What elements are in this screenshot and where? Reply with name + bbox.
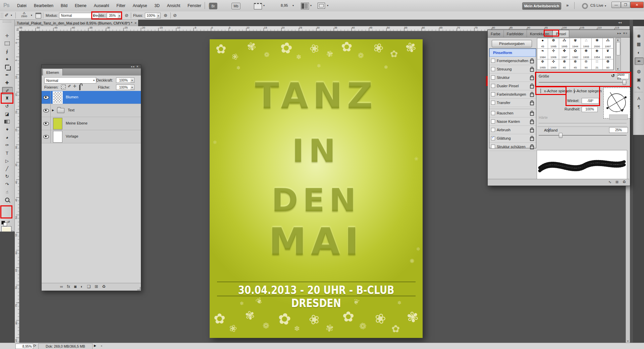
setting-checkbox[interactable] — [491, 59, 495, 63]
brush-setting-struktur[interactable]: Struktur — [489, 73, 536, 82]
brush-setting-transfer[interactable]: Transfer — [489, 99, 536, 107]
layer-mask-icon[interactable]: ◙ — [74, 284, 76, 289]
layer-group-icon[interactable]: ❑ — [87, 284, 91, 289]
zoom-level-indicator[interactable]: 8,95 — [281, 3, 288, 7]
brush-tip-cell[interactable]: ❊90 — [581, 59, 592, 70]
brush-size-input[interactable]: 2500 Px — [617, 73, 629, 79]
window-minimize-button[interactable]: — — [611, 2, 621, 8]
layers-close-icon[interactable]: ✕ — [136, 65, 139, 68]
setting-checkbox[interactable] — [491, 76, 495, 80]
layer-visibility-cell[interactable] — [42, 104, 51, 117]
tab-korrekturen[interactable]: Korrekturen — [527, 30, 552, 37]
panel-menu-icon[interactable]: ▸▸ ▾≡ — [618, 32, 628, 35]
tool-3d-rotate[interactable]: ↻ — [2, 173, 12, 180]
spacing-slider-thumb[interactable] — [559, 133, 562, 138]
brush-tip-cell[interactable]: ✼45 — [570, 59, 581, 70]
grid-scrollbar-thumb[interactable] — [616, 42, 620, 55]
eye-icon[interactable] — [43, 96, 49, 99]
layers-panel-titlebar[interactable]: ◂◂ ✕ — [42, 65, 141, 68]
menu-auswahl[interactable]: Auswahl — [90, 3, 113, 8]
brush-setting-struktur-schützen[interactable]: Struktur schützen — [489, 143, 536, 151]
brush-setting-nasse-kanten[interactable]: Nasse Kanten — [489, 117, 536, 126]
tab-pinsel[interactable]: Pinsel — [552, 30, 569, 37]
opacity-slider-button[interactable]: ▸ — [118, 13, 122, 18]
brush-tip-cell[interactable]: ∴1993 — [581, 38, 592, 49]
brush-presets-button[interactable]: Pinselvorgaben — [492, 40, 532, 47]
brush-tool-dropdown-icon[interactable]: ▾ — [11, 14, 12, 17]
adjustment-layer-icon[interactable]: ◐ — [80, 284, 83, 289]
brush-preset-dropdown-icon[interactable]: ▾ — [31, 14, 32, 17]
status-zoom-input[interactable]: 8,95% — [15, 344, 33, 349]
brush-tip-cell[interactable]: ✾1944 — [570, 38, 581, 49]
brush-tool-icon[interactable]: ✐ — [5, 12, 9, 18]
brush-setting-airbrush[interactable]: Airbrush — [489, 126, 536, 134]
tool-3d-roll[interactable]: ↷ — [2, 181, 12, 188]
layer-row[interactable]: ▶Text — [42, 104, 141, 117]
dock-icon-pfade[interactable]: ✎ — [635, 85, 643, 91]
brush-tip-cell[interactable]: ❁1995 — [548, 38, 559, 49]
flow-input[interactable]: 100% — [145, 13, 157, 18]
setting-checkbox[interactable] — [491, 101, 495, 105]
tool-lasso[interactable]: ∮ — [2, 48, 12, 55]
setting-checkbox[interactable] — [491, 67, 495, 71]
grid-scroll-down-icon[interactable]: ▼ — [616, 68, 620, 70]
setting-checkbox[interactable] — [491, 128, 495, 132]
layers-tab[interactable]: Ebenen — [43, 68, 63, 76]
dock-icon-farbe[interactable]: ◉ — [635, 32, 643, 39]
tool-spot-healing[interactable]: ✚ — [2, 79, 12, 86]
dock-icon-pinsel[interactable]: ✒ — [635, 57, 644, 65]
angle-input[interactable]: -58° — [582, 98, 599, 104]
brush-setting-streuung[interactable]: Streuung — [489, 65, 536, 73]
brush-setting-pinselform[interactable]: Pinselform — [489, 49, 536, 57]
brush-tip-cell[interactable]: ✢1906 — [548, 49, 559, 59]
lock-icon[interactable] — [530, 77, 534, 80]
menu-ebene[interactable]: Ebene — [71, 3, 90, 8]
brush-tip-cell[interactable]: ✤1987 — [559, 49, 570, 59]
document-tab[interactable]: Tutorial_Plakat_Tanz_in_den_Mai.psd bei … — [14, 20, 139, 26]
tool-eyedropper[interactable]: ✒ — [2, 71, 12, 79]
flow-slider-button[interactable]: ▸ — [157, 13, 161, 18]
lock-icon[interactable] — [530, 85, 534, 89]
lock-icon[interactable] — [530, 60, 534, 63]
layer-blend-mode-select[interactable]: Normal▾ — [44, 77, 96, 84]
tool-move[interactable]: ✛ — [2, 32, 12, 39]
new-brush-icon[interactable]: ⊞ — [615, 180, 619, 184]
tablet-opacity-icon[interactable]: ⊘ — [125, 13, 128, 18]
brush-tip-cell[interactable]: ❆60 — [603, 59, 613, 70]
brush-tip-cell[interactable]: ⁂1995 — [559, 38, 570, 49]
brush-setting-dualer-pinsel[interactable]: Dualer Pinsel — [489, 82, 536, 90]
panel-resize-grip[interactable] — [137, 287, 141, 290]
status-options-icon[interactable]: ▶ — [94, 344, 96, 347]
layer-thumbnail[interactable] — [53, 118, 62, 130]
lock-icon[interactable] — [530, 112, 534, 116]
cs-live-button[interactable]: CS Live — [590, 3, 603, 7]
swap-colors-icon[interactable]: ⇄ — [7, 220, 10, 223]
setting-checkbox[interactable] — [491, 111, 495, 115]
dock-header[interactable] — [633, 19, 644, 26]
layer-opacity-slider-button[interactable]: ▸ — [130, 78, 135, 83]
lock-icon[interactable] — [530, 137, 534, 141]
tool-clone-stamp[interactable]: ♜ — [2, 95, 12, 102]
size-slider-thumb[interactable] — [623, 80, 626, 85]
brush-grid-scrollbar[interactable]: ▲ ▼ — [615, 38, 621, 71]
arrange-dropdown-icon[interactable]: ▾ — [310, 4, 312, 7]
eye-icon[interactable] — [43, 135, 49, 139]
view-extras-icon[interactable] — [254, 3, 262, 9]
layer-thumbnail[interactable] — [53, 131, 62, 143]
layer-fill-slider-button[interactable]: ▸ — [130, 85, 135, 90]
dock-icon-farbfelder[interactable]: ▦ — [635, 41, 643, 47]
layer-fill-input[interactable]: 100% — [116, 85, 131, 90]
lock-transparency-icon[interactable] — [61, 85, 66, 89]
brush-preset-picker[interactable]: ⁂ 2500 — [18, 12, 30, 19]
view-extras-dropdown-icon[interactable]: ▾ — [263, 4, 265, 7]
toggle-brush-panel-icon[interactable] — [36, 13, 41, 18]
window-close-button[interactable]: ✕ — [630, 2, 644, 8]
lock-pixels-icon[interactable]: ✐ — [68, 84, 71, 89]
workspace-overflow-icon[interactable]: » — [566, 3, 568, 8]
menu-fenster[interactable]: Fenster — [184, 3, 205, 8]
mini-bridge-button[interactable]: Mb — [231, 3, 240, 9]
brush-tip-cell[interactable]: ✣1900 — [548, 59, 559, 70]
tool-marquee[interactable] — [2, 40, 12, 47]
tab-farbe[interactable]: Farbe — [488, 30, 504, 37]
canvas-document[interactable]: ✿❀✾❁✿✽❀✾✿❁❀✿✾✽✽✽✽❀✺✽✿❀✾❁✿✽❀✾✿❁❀✿✾❦❦✽✽ TA… — [210, 39, 423, 338]
